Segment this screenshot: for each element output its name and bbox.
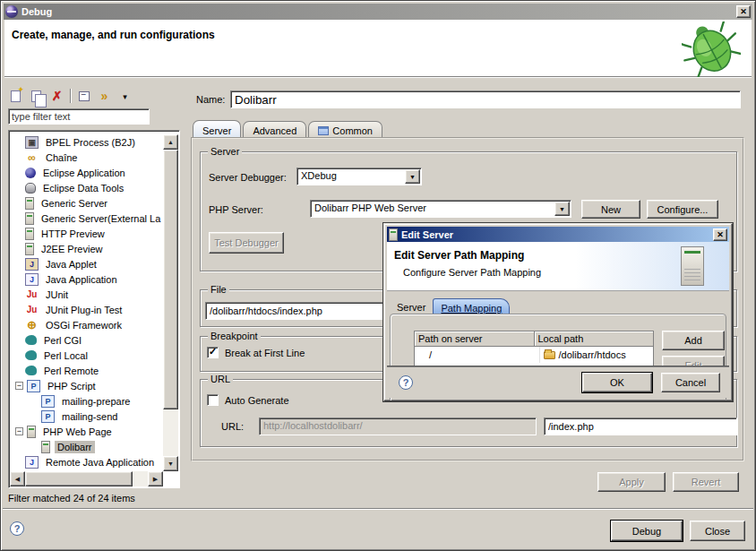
ok-button[interactable]: OK	[582, 373, 652, 392]
server-icon	[25, 243, 34, 255]
tree-item-label: PHP Script	[45, 380, 99, 392]
tree-item-label: Remote Java Application	[43, 456, 157, 469]
revert-button[interactable]: Revert	[673, 472, 739, 492]
delete-configuration-icon[interactable]	[49, 89, 64, 104]
close-window-icon[interactable]	[736, 5, 751, 18]
tree-horizontal-scrollbar[interactable]: ◀ ▶	[10, 471, 163, 486]
tree-item-remote-java-application[interactable]: JRemote Java Application	[10, 454, 163, 469]
collapse-all-icon[interactable]	[76, 89, 91, 104]
tree-item-eclipse-data-tools[interactable]: Eclipse Data Tools	[10, 180, 163, 195]
tree-item-label: OSGi Framework	[43, 319, 125, 331]
tree-item-php-web-page[interactable]: −PHP Web Page	[10, 424, 163, 439]
dialog-help-icon[interactable]	[399, 375, 413, 390]
new-configuration-icon[interactable]	[8, 89, 23, 104]
break-at-first-line-checkbox[interactable]	[207, 347, 219, 358]
tab-advanced[interactable]: Advanced	[243, 121, 306, 138]
bottom-separator	[3, 508, 753, 510]
tab-server[interactable]: Server	[193, 120, 241, 138]
dialog-tab-server[interactable]: Server	[390, 298, 433, 314]
tree-item-mailing-send[interactable]: Pmailing-send	[10, 409, 163, 424]
apply-button[interactable]: Apply	[597, 472, 666, 492]
tree-item-mailing-prepare[interactable]: Pmailing-prepare	[10, 393, 163, 409]
tree-item-eclipse-application[interactable]: Eclipse Application	[10, 165, 163, 180]
dialog-tab-path-mapping[interactable]: Path Mapping	[433, 298, 510, 314]
tree-item-java-applet[interactable]: JJava Applet	[10, 256, 163, 271]
server-icon	[25, 197, 34, 210]
tree-item-bpel-process-b2j[interactable]: ▣BPEL Process (B2J)	[10, 134, 163, 150]
php-server-select[interactable]: Dolibarr PHP Web Server	[310, 200, 571, 218]
tab-common[interactable]: Common	[308, 121, 382, 138]
tree-item-dolibarr[interactable]: Dolibarr	[10, 439, 163, 454]
close-dialog-icon[interactable]	[713, 228, 727, 241]
server-icon	[25, 212, 34, 225]
filter-status: Filter matched 24 of 24 items	[8, 493, 135, 504]
debug-button[interactable]: Debug	[611, 521, 683, 541]
server-icon	[25, 228, 34, 240]
url-path-input[interactable]	[544, 418, 737, 435]
tree-item-perl-remote[interactable]: Perl Remote	[10, 363, 163, 378]
php-server-value: Dolibarr PHP Web Server	[314, 202, 426, 213]
cancel-label: Cancel	[675, 377, 706, 388]
tree-item-java-application[interactable]: JJava Application	[10, 271, 163, 287]
duplicate-configuration-icon[interactable]	[29, 89, 44, 104]
server-icon	[27, 426, 36, 438]
tree-item-label: BPEL Process (B2J)	[43, 136, 138, 149]
name-label: Name:	[196, 94, 225, 105]
tree-item-php-script[interactable]: −PPHP Script	[10, 378, 163, 393]
server-debugger-value: XDebug	[301, 170, 337, 181]
close-button[interactable]: Close	[690, 521, 745, 541]
tree-item-cha-ne[interactable]: ∞Chaîne	[10, 150, 163, 165]
tree-item-label: JUnit Plug-in Test	[43, 304, 125, 316]
tree-item-label: Eclipse Application	[40, 167, 128, 179]
name-input[interactable]	[230, 90, 741, 108]
tree-item-j2ee-preview[interactable]: J2EE Preview	[10, 241, 163, 256]
duplicate-configuration-icon	[31, 90, 41, 102]
osgi-icon: ⊕	[25, 319, 39, 331]
column-header[interactable]: Local path	[535, 331, 654, 347]
menu-dropdown-icon[interactable]	[117, 89, 133, 104]
collapse-expander-icon[interactable]: −	[15, 382, 23, 390]
debug-bug-icon	[682, 22, 741, 77]
chevron-down-icon[interactable]	[405, 169, 420, 184]
file-group-title: File	[208, 284, 229, 295]
tree-item-generic-server-external-la[interactable]: Generic Server(External La	[10, 211, 163, 226]
delete-configuration-icon	[52, 89, 63, 103]
filter-launch-configurations-icon[interactable]	[97, 89, 112, 104]
tree-item-junit-plug-in-test[interactable]: JuJUnit Plug-in Test	[10, 302, 163, 317]
server-debugger-select[interactable]: XDebug	[296, 168, 422, 185]
table-icon	[318, 126, 329, 135]
new-server-label: New	[601, 204, 621, 215]
tree-item-perl-local[interactable]: Perl Local	[10, 348, 163, 363]
filter-input[interactable]	[8, 108, 150, 125]
tree-item-label: HTTP Preview	[39, 228, 107, 240]
cancel-button[interactable]: Cancel	[661, 373, 720, 392]
sidebar-toolbar	[8, 87, 133, 105]
tree-item-http-preview[interactable]: HTTP Preview	[10, 226, 163, 241]
close-label: Close	[705, 526, 730, 537]
tree-item-generic-server[interactable]: Generic Server	[10, 195, 163, 211]
tree-item-osgi-framework[interactable]: ⊕OSGi Framework	[10, 317, 163, 332]
tree-item-label: Perl Local	[41, 349, 90, 362]
add-mapping-button[interactable]: Add	[662, 331, 725, 350]
perl-icon	[25, 366, 37, 375]
server-icon	[389, 228, 398, 241]
collapse-expander-icon[interactable]: −	[15, 427, 23, 435]
chevron-down-icon[interactable]	[554, 202, 570, 216]
tree-item-perl-cgi[interactable]: Perl CGI	[10, 332, 163, 348]
test-debugger-button[interactable]: Test Debugger	[209, 232, 284, 254]
column-header[interactable]: Path on server	[415, 331, 535, 347]
ok-label: OK	[610, 377, 624, 388]
edit-server-title-bar: Edit Server	[387, 227, 729, 242]
tree-item-label: Dolibarr	[55, 441, 95, 453]
tree-vertical-scrollbar[interactable]: ▲ ▼	[163, 134, 178, 471]
mapping-row[interactable]: //dolibarr/htdocs	[415, 347, 653, 363]
configure-server-button[interactable]: Configure...	[647, 200, 718, 219]
help-icon[interactable]	[10, 521, 24, 536]
banner-heading: Create, manage, and run configurations	[12, 29, 215, 41]
tab-label: Common	[332, 125, 373, 136]
tree-item-junit[interactable]: JuJUnit	[10, 287, 163, 302]
php-server-label: PHP Server:	[209, 204, 263, 215]
auto-generate-checkbox[interactable]	[207, 394, 219, 406]
new-server-button[interactable]: New	[581, 200, 640, 219]
junit-icon: Ju	[25, 288, 39, 301]
